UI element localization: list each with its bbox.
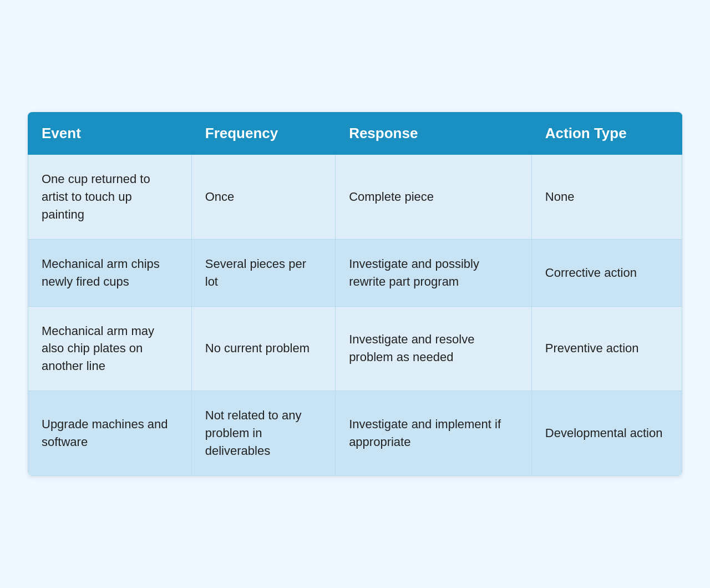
cell-response-3: Investigate and implement if appropriate (336, 391, 532, 476)
cell-action_type-2: Preventive action (531, 306, 682, 391)
table-row: Upgrade machines and softwareNot related… (28, 391, 682, 476)
cell-response-1: Investigate and possibly rewrite part pr… (336, 239, 532, 306)
cell-frequency-1: Several pieces per lot (191, 239, 335, 306)
header-response: Response (336, 113, 532, 155)
cell-event-1: Mechanical arm chips newly fired cups (28, 239, 192, 306)
cell-response-0: Complete piece (336, 155, 532, 240)
cell-action_type-0: None (531, 155, 682, 240)
cell-event-2: Mechanical arm may also chip plates on a… (28, 306, 192, 391)
header-action-type: Action Type (531, 113, 682, 155)
header-event: Event (28, 113, 192, 155)
cell-frequency-0: Once (191, 155, 335, 240)
cell-frequency-2: No current problem (191, 306, 335, 391)
main-table-container: Event Frequency Response Action Type One… (28, 112, 682, 476)
table-row: Mechanical arm may also chip plates on a… (28, 306, 682, 391)
header-frequency: Frequency (191, 113, 335, 155)
table-body: One cup returned to artist to touch up p… (28, 155, 682, 476)
cell-action_type-1: Corrective action (531, 239, 682, 306)
cell-event-0: One cup returned to artist to touch up p… (28, 155, 192, 240)
table-row: Mechanical arm chips newly fired cupsSev… (28, 239, 682, 306)
cell-event-3: Upgrade machines and software (28, 391, 192, 476)
cell-response-2: Investigate and resolve problem as neede… (336, 306, 532, 391)
cell-frequency-3: Not related to any problem in deliverabl… (191, 391, 335, 476)
data-table: Event Frequency Response Action Type One… (28, 112, 682, 476)
header-row: Event Frequency Response Action Type (28, 113, 682, 155)
table-row: One cup returned to artist to touch up p… (28, 155, 682, 240)
cell-action_type-3: Developmental action (531, 391, 682, 476)
